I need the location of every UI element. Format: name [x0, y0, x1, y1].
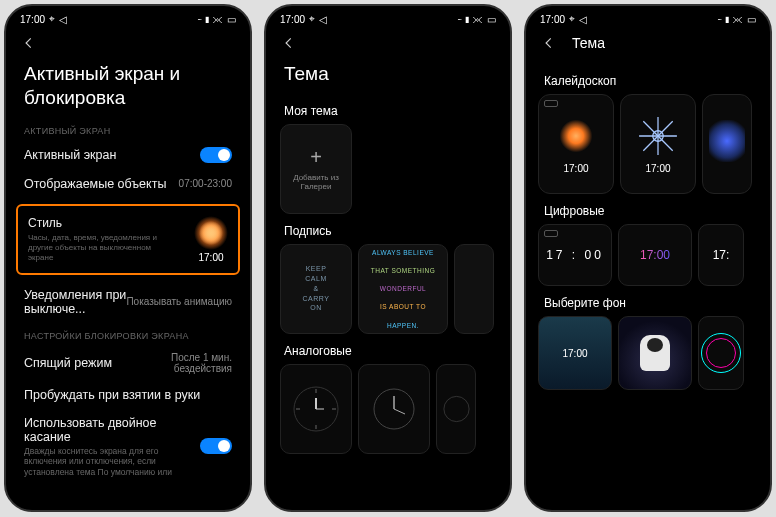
header: Тема [526, 28, 770, 56]
header [6, 28, 250, 56]
row-label: Отображаемые объекты [24, 177, 166, 191]
signal-icon: ▮ [465, 15, 469, 24]
tile-bg-astronaut[interactable] [618, 316, 692, 390]
poster-line: & [313, 284, 318, 294]
row-double-tap[interactable]: Использовать двойное касание Дважды косн… [6, 409, 250, 480]
status-bar: 17:00 ⌖ ◁ ··· ▮ ⩙ ▭ [6, 6, 250, 28]
tile-bg-1[interactable]: 17:00 [538, 316, 612, 390]
tile-analog-clock-1[interactable] [280, 364, 352, 454]
back-button[interactable] [540, 34, 558, 52]
bluetooth-icon: ⌖ [569, 13, 575, 25]
neon-ring-icon [701, 333, 741, 373]
style-subtitle: Часы, дата, время, уведомления и другие … [28, 233, 168, 263]
row-label: Использовать двойное касание [24, 416, 200, 444]
page-title: Тема [266, 56, 510, 94]
status-time: 17:00 [540, 14, 565, 25]
row-notifications[interactable]: Уведомления при выключе... Показывать ан… [6, 281, 250, 323]
row-label: Спящий режим [24, 356, 112, 370]
back-button[interactable] [20, 34, 38, 52]
row-label: Пробуждать при взятии в руки [24, 388, 200, 402]
tile-kaleidoscope-1[interactable]: 17:00 [538, 94, 614, 194]
digital-time: 17: [713, 248, 730, 262]
snowflake-icon [637, 115, 679, 157]
tile-kaleidoscope-3[interactable] [702, 94, 752, 194]
poster-line: KEEP [306, 264, 327, 274]
phone-3-theme-list: 17:00 ⌖ ◁ ··· ▮ ⩙ ▭ Тема Калейдоскоп 17:… [524, 4, 772, 512]
tile-poster-believe[interactable]: ALWAYS BELIEVE THAT SOMETHING WONDERFUL … [358, 244, 448, 334]
status-time: 17:00 [280, 14, 305, 25]
svg-point-10 [443, 396, 468, 421]
tile-digital-1[interactable]: 17 : 00 [538, 224, 612, 286]
send-icon: ◁ [59, 14, 67, 25]
row-value: 07:00-23:00 [179, 178, 232, 189]
tile-label: Добавить из Галереи [281, 173, 351, 192]
section-kaleidoscope: Калейдоскоп [526, 56, 770, 94]
nebula-icon [709, 120, 745, 162]
tile-time: 17:00 [563, 163, 588, 174]
kaleidoscope-icon [555, 115, 597, 157]
tile-analog-clock-3[interactable] [436, 364, 476, 454]
toggle-active-screen[interactable] [200, 147, 232, 163]
row-label: Активный экран [24, 148, 116, 162]
section-signature: Подпись [266, 214, 510, 244]
battery-pill-icon [544, 230, 558, 237]
battery-icon: ▭ [487, 14, 496, 25]
battery-icon: ▭ [747, 14, 756, 25]
tile-analog-clock-2[interactable] [358, 364, 430, 454]
phone-2-theme: 17:00 ⌖ ◁ ··· ▮ ⩙ ▭ Тема Моя тема + Доба… [264, 4, 512, 512]
back-button[interactable] [280, 34, 298, 52]
signal-icon: ▮ [725, 15, 729, 24]
bluetooth-icon: ⌖ [49, 13, 55, 25]
row-displayed-objects[interactable]: Отображаемые объекты 07:00-23:00 [6, 170, 250, 198]
battery-icon: ▭ [227, 14, 236, 25]
poster-line: CARRY [303, 294, 330, 304]
status-bar: 17:00 ⌖ ◁ ··· ▮ ⩙ ▭ [526, 6, 770, 28]
poster-line: ON [310, 303, 322, 313]
toggle-double-tap[interactable] [200, 438, 232, 454]
row-value: После 1 мин. бездействия [152, 352, 232, 374]
tile-poster-keep-calm[interactable]: KEEP CALM & CARRY ON [280, 244, 352, 334]
row-sleep-mode[interactable]: Спящий режим После 1 мин. бездействия [6, 345, 250, 381]
battery-pill-icon [544, 100, 558, 107]
row-active-screen[interactable]: Активный экран [6, 140, 250, 170]
section-analog: Аналоговые [266, 334, 510, 364]
header [266, 28, 510, 56]
digital-time: 17:00 [640, 248, 670, 262]
more-icon: ··· [457, 15, 461, 24]
wifi-icon: ⩙ [733, 14, 743, 25]
digital-time: 17 : 00 [546, 248, 604, 262]
more-icon: ··· [717, 15, 721, 24]
tile-add-from-gallery[interactable]: + Добавить из Галереи [280, 124, 352, 214]
status-bar: 17:00 ⌖ ◁ ··· ▮ ⩙ ▭ [266, 6, 510, 28]
tile-digital-2[interactable]: 17:00 [618, 224, 692, 286]
tile-kaleidoscope-2[interactable]: 17:00 [620, 94, 696, 194]
svg-line-9 [394, 409, 405, 414]
section-my-theme: Моя тема [266, 94, 510, 124]
row-label: Уведомления при выключе... [24, 288, 126, 316]
section-lock-settings: НАСТРОЙКИ БЛОКИРОВКИ ЭКРАНА [6, 323, 250, 345]
row-wake-on-pickup[interactable]: Пробуждать при взятии в руки [6, 381, 250, 409]
tile-poster-partial[interactable] [454, 244, 494, 334]
status-time: 17:00 [20, 14, 45, 25]
page-title: Активный экран и блокировка [6, 56, 250, 118]
tile-time: 17:00 [562, 348, 587, 359]
section-active-screen: АКТИВНЫЙ ЭКРАН [6, 118, 250, 140]
row-style-highlighted[interactable]: Стиль Часы, дата, время, уведомления и д… [16, 204, 240, 275]
row-sub: Дважды коснитесь экрана для его включени… [24, 446, 194, 478]
header-title: Тема [572, 35, 605, 51]
firework-icon [194, 216, 228, 250]
plus-icon: + [310, 146, 322, 169]
more-icon: ··· [197, 15, 201, 24]
phone-1-settings: 17:00 ⌖ ◁ ··· ▮ ⩙ ▭ Активный экран и бло… [4, 4, 252, 512]
section-digital: Цифровые [526, 194, 770, 224]
wifi-icon: ⩙ [473, 14, 483, 25]
wifi-icon: ⩙ [213, 14, 223, 25]
style-title: Стиль [28, 216, 194, 230]
send-icon: ◁ [579, 14, 587, 25]
tile-digital-3[interactable]: 17: [698, 224, 744, 286]
astronaut-icon [640, 335, 670, 371]
section-choose-bg: Выберите фон [526, 286, 770, 316]
bluetooth-icon: ⌖ [309, 13, 315, 25]
signal-icon: ▮ [205, 15, 209, 24]
tile-bg-neon[interactable] [698, 316, 744, 390]
